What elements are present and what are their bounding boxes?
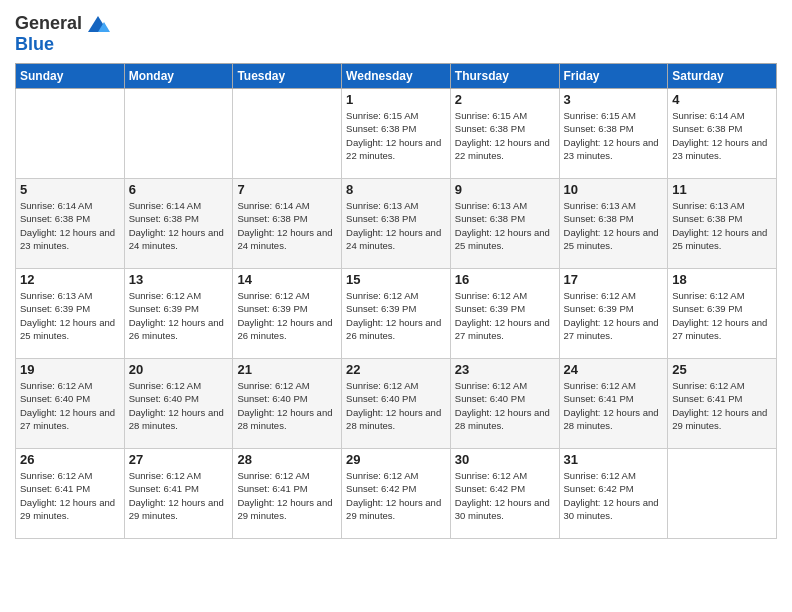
day-number: 17 xyxy=(564,272,664,287)
calendar-day-cell: 21Sunrise: 6:12 AM Sunset: 6:40 PM Dayli… xyxy=(233,359,342,449)
logo: General Blue xyxy=(15,10,112,55)
calendar-week-row: 19Sunrise: 6:12 AM Sunset: 6:40 PM Dayli… xyxy=(16,359,777,449)
day-number: 22 xyxy=(346,362,446,377)
day-info: Sunrise: 6:15 AM Sunset: 6:38 PM Dayligh… xyxy=(455,109,555,162)
calendar-day-cell: 13Sunrise: 6:12 AM Sunset: 6:39 PM Dayli… xyxy=(124,269,233,359)
calendar-day-cell: 3Sunrise: 6:15 AM Sunset: 6:38 PM Daylig… xyxy=(559,89,668,179)
day-number: 8 xyxy=(346,182,446,197)
day-info: Sunrise: 6:12 AM Sunset: 6:41 PM Dayligh… xyxy=(237,469,337,522)
calendar-week-row: 1Sunrise: 6:15 AM Sunset: 6:38 PM Daylig… xyxy=(16,89,777,179)
calendar-header-cell: Sunday xyxy=(16,64,125,89)
day-info: Sunrise: 6:15 AM Sunset: 6:38 PM Dayligh… xyxy=(564,109,664,162)
calendar-header-cell: Thursday xyxy=(450,64,559,89)
page: General Blue SundayMondayTuesdayWednesda… xyxy=(0,0,792,612)
day-info: Sunrise: 6:12 AM Sunset: 6:39 PM Dayligh… xyxy=(455,289,555,342)
calendar-header-cell: Wednesday xyxy=(342,64,451,89)
day-info: Sunrise: 6:13 AM Sunset: 6:38 PM Dayligh… xyxy=(672,199,772,252)
day-number: 24 xyxy=(564,362,664,377)
logo-general-text: General xyxy=(15,14,82,34)
day-info: Sunrise: 6:13 AM Sunset: 6:38 PM Dayligh… xyxy=(564,199,664,252)
calendar-day-cell: 31Sunrise: 6:12 AM Sunset: 6:42 PM Dayli… xyxy=(559,449,668,539)
day-info: Sunrise: 6:12 AM Sunset: 6:42 PM Dayligh… xyxy=(564,469,664,522)
day-number: 15 xyxy=(346,272,446,287)
day-info: Sunrise: 6:12 AM Sunset: 6:39 PM Dayligh… xyxy=(564,289,664,342)
calendar-week-row: 5Sunrise: 6:14 AM Sunset: 6:38 PM Daylig… xyxy=(16,179,777,269)
day-number: 2 xyxy=(455,92,555,107)
day-number: 31 xyxy=(564,452,664,467)
calendar-body: 1Sunrise: 6:15 AM Sunset: 6:38 PM Daylig… xyxy=(16,89,777,539)
calendar-day-cell: 25Sunrise: 6:12 AM Sunset: 6:41 PM Dayli… xyxy=(668,359,777,449)
calendar-day-cell: 20Sunrise: 6:12 AM Sunset: 6:40 PM Dayli… xyxy=(124,359,233,449)
calendar-day-cell: 28Sunrise: 6:12 AM Sunset: 6:41 PM Dayli… xyxy=(233,449,342,539)
day-number: 3 xyxy=(564,92,664,107)
calendar-day-cell xyxy=(233,89,342,179)
day-info: Sunrise: 6:12 AM Sunset: 6:40 PM Dayligh… xyxy=(346,379,446,432)
calendar-day-cell: 9Sunrise: 6:13 AM Sunset: 6:38 PM Daylig… xyxy=(450,179,559,269)
calendar-header-cell: Friday xyxy=(559,64,668,89)
calendar-day-cell: 4Sunrise: 6:14 AM Sunset: 6:38 PM Daylig… xyxy=(668,89,777,179)
day-number: 16 xyxy=(455,272,555,287)
calendar-header-cell: Saturday xyxy=(668,64,777,89)
day-number: 21 xyxy=(237,362,337,377)
calendar-header-cell: Monday xyxy=(124,64,233,89)
day-number: 30 xyxy=(455,452,555,467)
day-number: 29 xyxy=(346,452,446,467)
calendar-day-cell: 30Sunrise: 6:12 AM Sunset: 6:42 PM Dayli… xyxy=(450,449,559,539)
day-info: Sunrise: 6:12 AM Sunset: 6:41 PM Dayligh… xyxy=(564,379,664,432)
calendar-day-cell: 18Sunrise: 6:12 AM Sunset: 6:39 PM Dayli… xyxy=(668,269,777,359)
day-number: 14 xyxy=(237,272,337,287)
calendar-day-cell: 2Sunrise: 6:15 AM Sunset: 6:38 PM Daylig… xyxy=(450,89,559,179)
day-number: 20 xyxy=(129,362,229,377)
day-number: 9 xyxy=(455,182,555,197)
header: General Blue xyxy=(15,10,777,55)
calendar-table: SundayMondayTuesdayWednesdayThursdayFrid… xyxy=(15,63,777,539)
calendar-week-row: 26Sunrise: 6:12 AM Sunset: 6:41 PM Dayli… xyxy=(16,449,777,539)
day-number: 6 xyxy=(129,182,229,197)
day-number: 13 xyxy=(129,272,229,287)
calendar-day-cell: 24Sunrise: 6:12 AM Sunset: 6:41 PM Dayli… xyxy=(559,359,668,449)
calendar-day-cell xyxy=(668,449,777,539)
calendar-day-cell: 27Sunrise: 6:12 AM Sunset: 6:41 PM Dayli… xyxy=(124,449,233,539)
day-number: 18 xyxy=(672,272,772,287)
day-number: 1 xyxy=(346,92,446,107)
day-info: Sunrise: 6:12 AM Sunset: 6:39 PM Dayligh… xyxy=(672,289,772,342)
day-info: Sunrise: 6:12 AM Sunset: 6:40 PM Dayligh… xyxy=(455,379,555,432)
calendar-day-cell: 17Sunrise: 6:12 AM Sunset: 6:39 PM Dayli… xyxy=(559,269,668,359)
calendar-week-row: 12Sunrise: 6:13 AM Sunset: 6:39 PM Dayli… xyxy=(16,269,777,359)
calendar-day-cell: 15Sunrise: 6:12 AM Sunset: 6:39 PM Dayli… xyxy=(342,269,451,359)
day-number: 4 xyxy=(672,92,772,107)
day-info: Sunrise: 6:15 AM Sunset: 6:38 PM Dayligh… xyxy=(346,109,446,162)
day-info: Sunrise: 6:12 AM Sunset: 6:39 PM Dayligh… xyxy=(129,289,229,342)
day-number: 7 xyxy=(237,182,337,197)
logo-icon xyxy=(84,10,112,38)
calendar-header-row: SundayMondayTuesdayWednesdayThursdayFrid… xyxy=(16,64,777,89)
day-info: Sunrise: 6:12 AM Sunset: 6:39 PM Dayligh… xyxy=(237,289,337,342)
calendar-day-cell: 14Sunrise: 6:12 AM Sunset: 6:39 PM Dayli… xyxy=(233,269,342,359)
calendar-day-cell: 1Sunrise: 6:15 AM Sunset: 6:38 PM Daylig… xyxy=(342,89,451,179)
day-info: Sunrise: 6:12 AM Sunset: 6:42 PM Dayligh… xyxy=(346,469,446,522)
day-info: Sunrise: 6:12 AM Sunset: 6:39 PM Dayligh… xyxy=(346,289,446,342)
calendar-day-cell: 22Sunrise: 6:12 AM Sunset: 6:40 PM Dayli… xyxy=(342,359,451,449)
calendar-day-cell: 23Sunrise: 6:12 AM Sunset: 6:40 PM Dayli… xyxy=(450,359,559,449)
day-info: Sunrise: 6:13 AM Sunset: 6:38 PM Dayligh… xyxy=(455,199,555,252)
day-number: 26 xyxy=(20,452,120,467)
day-number: 27 xyxy=(129,452,229,467)
day-number: 28 xyxy=(237,452,337,467)
calendar-day-cell: 16Sunrise: 6:12 AM Sunset: 6:39 PM Dayli… xyxy=(450,269,559,359)
day-number: 10 xyxy=(564,182,664,197)
calendar-day-cell: 5Sunrise: 6:14 AM Sunset: 6:38 PM Daylig… xyxy=(16,179,125,269)
day-number: 25 xyxy=(672,362,772,377)
day-info: Sunrise: 6:12 AM Sunset: 6:41 PM Dayligh… xyxy=(129,469,229,522)
calendar-day-cell: 7Sunrise: 6:14 AM Sunset: 6:38 PM Daylig… xyxy=(233,179,342,269)
day-number: 11 xyxy=(672,182,772,197)
calendar-day-cell xyxy=(124,89,233,179)
day-info: Sunrise: 6:12 AM Sunset: 6:40 PM Dayligh… xyxy=(129,379,229,432)
day-info: Sunrise: 6:14 AM Sunset: 6:38 PM Dayligh… xyxy=(672,109,772,162)
calendar-day-cell: 29Sunrise: 6:12 AM Sunset: 6:42 PM Dayli… xyxy=(342,449,451,539)
day-info: Sunrise: 6:13 AM Sunset: 6:39 PM Dayligh… xyxy=(20,289,120,342)
calendar-header-cell: Tuesday xyxy=(233,64,342,89)
calendar-day-cell: 8Sunrise: 6:13 AM Sunset: 6:38 PM Daylig… xyxy=(342,179,451,269)
day-number: 19 xyxy=(20,362,120,377)
calendar-day-cell: 19Sunrise: 6:12 AM Sunset: 6:40 PM Dayli… xyxy=(16,359,125,449)
day-info: Sunrise: 6:14 AM Sunset: 6:38 PM Dayligh… xyxy=(20,199,120,252)
